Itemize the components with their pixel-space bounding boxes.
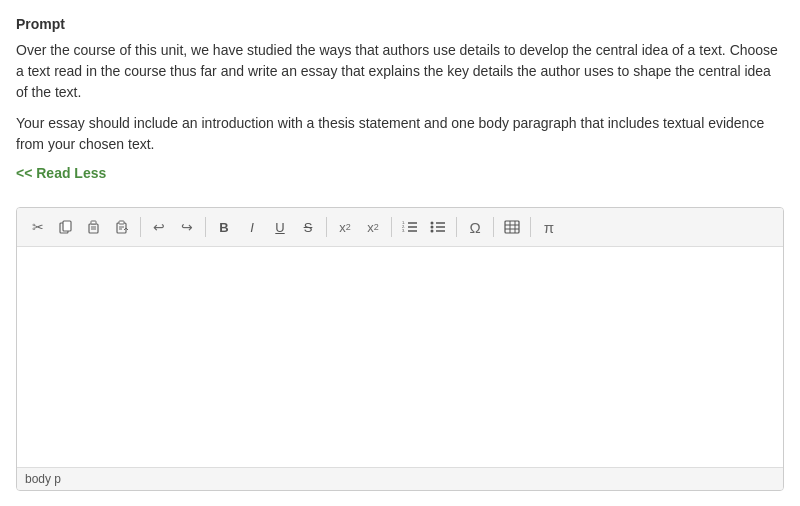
toolbar-separator-5 (456, 217, 457, 237)
svg-point-20 (431, 226, 434, 229)
editor-footer: body p (17, 467, 783, 490)
undo-button[interactable]: ↩ (146, 214, 172, 240)
italic-button[interactable]: I (239, 214, 265, 240)
subscript-button[interactable]: x2 (332, 214, 358, 240)
svg-rect-1 (63, 221, 71, 231)
redo-button[interactable]: ↪ (174, 214, 200, 240)
editor-content-area[interactable] (17, 247, 783, 467)
toolbar-separator-3 (326, 217, 327, 237)
svg-rect-7 (119, 221, 124, 224)
bold-button[interactable]: B (211, 214, 237, 240)
toolbar-separator-7 (530, 217, 531, 237)
paste-special-button[interactable] (109, 214, 135, 240)
prompt-paragraph1: Over the course of this unit, we have st… (16, 40, 784, 103)
svg-point-21 (431, 230, 434, 233)
read-less-link[interactable]: << Read Less (16, 165, 106, 181)
svg-rect-3 (91, 221, 96, 224)
toolbar-separator-4 (391, 217, 392, 237)
editor-toolbar: ✂ (17, 208, 783, 247)
underline-button[interactable]: U (267, 214, 293, 240)
toolbar-separator-1 (140, 217, 141, 237)
svg-rect-22 (505, 221, 519, 233)
prompt-section: Prompt Over the course of this unit, we … (16, 16, 784, 195)
copy-button[interactable] (53, 214, 79, 240)
svg-text:3.: 3. (402, 228, 405, 233)
prompt-title: Prompt (16, 16, 784, 32)
strikethrough-button[interactable]: S (295, 214, 321, 240)
paste-button[interactable] (81, 214, 107, 240)
unordered-list-button[interactable] (425, 214, 451, 240)
superscript-button[interactable]: x2 (360, 214, 386, 240)
math-button[interactable]: π (536, 214, 562, 240)
table-button[interactable] (499, 214, 525, 240)
toolbar-separator-2 (205, 217, 206, 237)
cut-button[interactable]: ✂ (25, 214, 51, 240)
rich-text-editor: ✂ (16, 207, 784, 491)
ordered-list-button[interactable]: 1. 2. 3. (397, 214, 423, 240)
editor-path: body p (25, 472, 61, 486)
svg-point-19 (431, 222, 434, 225)
toolbar-separator-6 (493, 217, 494, 237)
special-char-button[interactable]: Ω (462, 214, 488, 240)
prompt-paragraph2: Your essay should include an introductio… (16, 113, 784, 155)
